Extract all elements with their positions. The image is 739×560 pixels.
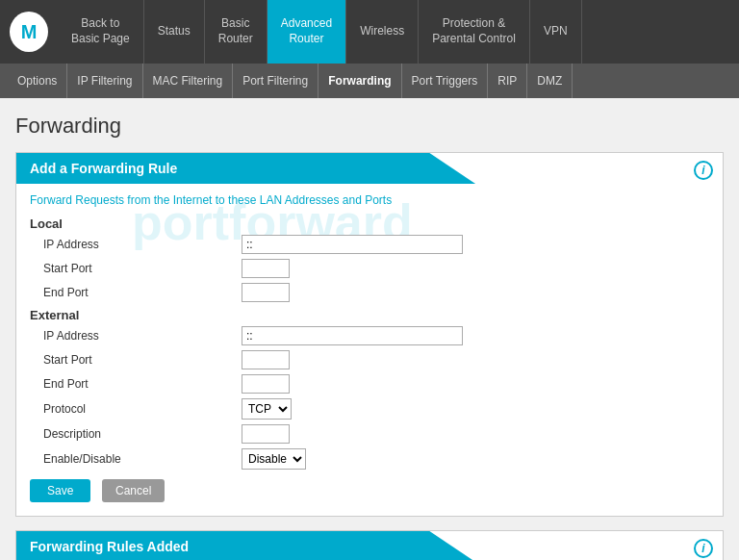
local-start-port-row: Start Port [30, 259, 709, 278]
external-ip-label: IP Address [30, 329, 242, 343]
protocol-select[interactable]: TCP UDP Both [242, 398, 292, 420]
local-end-port-label: End Port [30, 286, 242, 299]
cancel-button[interactable]: Cancel [102, 479, 165, 502]
nav-wireless[interactable]: Wireless [346, 0, 419, 64]
nav-status[interactable]: Status [144, 0, 205, 64]
external-end-port-input[interactable] [242, 374, 290, 394]
local-ip-label: IP Address [30, 238, 242, 251]
add-rule-card: Add a Forwarding Rule i portforward Forw… [15, 152, 724, 517]
top-nav: M Back toBasic Page Status BasicRouter A… [0, 0, 739, 64]
subnav-dmz[interactable]: DMZ [527, 64, 573, 98]
external-ip-row: IP Address [30, 326, 709, 345]
enable-row: Enable/Disable Enable Disable [30, 448, 709, 470]
motorola-logo: M [10, 12, 48, 52]
subnav-mac-filtering[interactable]: MAC Filtering [143, 64, 234, 98]
external-start-port-input[interactable] [242, 350, 290, 369]
local-ip-input[interactable] [242, 235, 463, 254]
add-rule-info-icon[interactable]: i [694, 161, 713, 180]
description-label: Description [30, 427, 242, 441]
add-rule-card-header: Add a Forwarding Rule [16, 153, 475, 184]
logo: M [0, 0, 58, 64]
protocol-label: Protocol [30, 402, 242, 416]
subnav-ip-filtering[interactable]: IP Filtering [67, 64, 142, 98]
external-start-port-row: Start Port [30, 350, 709, 369]
local-end-port-input[interactable] [242, 283, 290, 302]
external-start-port-label: Start Port [30, 353, 242, 367]
subnav-options[interactable]: Options [8, 64, 67, 98]
description-row: Description [30, 424, 709, 444]
subnav-rip[interactable]: RIP [488, 64, 527, 98]
local-end-port-row: End Port [30, 283, 709, 302]
subnav-port-triggers[interactable]: Port Triggers [402, 64, 489, 98]
rules-card: Forwarding Rules Added i Clear All Forwa… [15, 530, 724, 560]
rules-card-header: Forwarding Rules Added [16, 531, 475, 560]
enable-select[interactable]: Enable Disable [242, 448, 306, 470]
nav-back[interactable]: Back toBasic Page [58, 0, 144, 64]
local-section-label: Local [30, 216, 709, 231]
nav-protection[interactable]: Protection &Parental Control [419, 0, 530, 64]
nav-advanced-router[interactable]: AdvancedRouter [268, 0, 346, 64]
nav-vpn[interactable]: VPN [530, 0, 582, 64]
subnav-forwarding[interactable]: Forwarding [319, 64, 401, 98]
description-input[interactable] [242, 424, 290, 444]
external-end-port-row: End Port [30, 374, 709, 394]
external-ip-input[interactable] [242, 326, 463, 345]
page-content: Forwarding Add a Forwarding Rule i portf… [0, 98, 739, 560]
card-subtitle: Forward Requests from the Internet to th… [30, 193, 709, 207]
form-buttons: Save Cancel [30, 479, 709, 502]
enable-label: Enable/Disable [30, 452, 242, 466]
protocol-row: Protocol TCP UDP Both [30, 398, 709, 420]
external-section-label: External [30, 308, 709, 322]
sub-nav: Options IP Filtering MAC Filtering Port … [0, 64, 739, 98]
local-ip-row: IP Address [30, 235, 709, 254]
local-start-port-input[interactable] [242, 259, 290, 278]
save-button[interactable]: Save [30, 479, 90, 502]
local-start-port-label: Start Port [30, 262, 242, 275]
page-title: Forwarding [15, 114, 724, 139]
add-rule-card-body: portforward Forward Requests from the In… [16, 184, 723, 516]
nav-basic-router[interactable]: BasicRouter [205, 0, 268, 64]
external-end-port-label: End Port [30, 377, 242, 391]
subnav-port-filtering[interactable]: Port Filtering [233, 64, 319, 98]
rules-info-icon[interactable]: i [694, 539, 713, 558]
